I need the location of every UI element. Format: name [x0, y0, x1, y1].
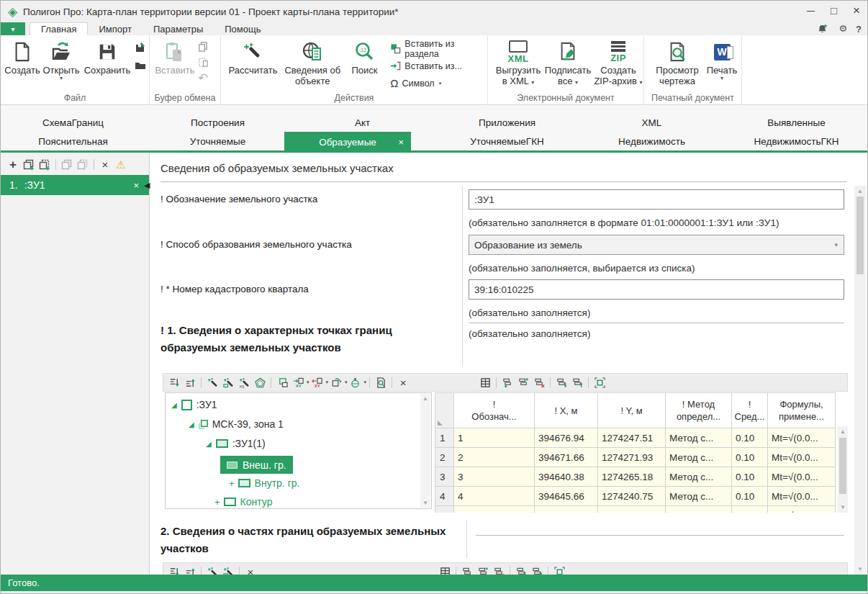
paste-special-icon[interactable] [196, 55, 210, 68]
cell-y[interactable]: 1274265.18 [598, 467, 666, 487]
drawing-preview-button[interactable]: Просмотр чертежа [650, 35, 705, 86]
cell-designation[interactable]: 3 [454, 467, 535, 487]
tab-prilozheniya[interactable]: Приложения [435, 113, 579, 132]
row-number[interactable]: 2 [435, 448, 454, 467]
delete-row-icon[interactable] [491, 564, 507, 575]
expanded-icon[interactable]: ◢ [171, 401, 177, 409]
cell-error[interactable]: 0.10 [732, 487, 768, 506]
clear-table-icon[interactable]: × [243, 564, 258, 575]
tree-node-inner-boundary[interactable]: + Внутр. гр. [229, 477, 299, 489]
cell-formula[interactable]: Mt=√(0.0... [768, 467, 836, 487]
parcel-item-close-icon[interactable]: × [133, 180, 139, 191]
row-number[interactable]: 5 [435, 506, 454, 513]
move-row-down-icon[interactable] [513, 564, 529, 575]
quarter-number-input[interactable]: 39:16:010225 [469, 279, 844, 300]
cell-formula[interactable]: Mt=√(0.0... [768, 448, 836, 467]
expanded-icon[interactable]: ◢ [206, 440, 212, 448]
sort-descending-icon[interactable] [166, 564, 182, 575]
col-header-x[interactable]: ! X, м [535, 393, 598, 428]
table-corner-cell[interactable] [435, 393, 454, 428]
tab-obrazuemye-active[interactable]: Образуемые × [284, 132, 411, 153]
clear-table-icon[interactable]: × [395, 375, 411, 390]
paste-special-parcel-icon[interactable] [75, 158, 91, 172]
cell-method[interactable]: Метод с... [666, 487, 732, 506]
form-scrollbar[interactable]: ▲ ▼ [854, 186, 866, 575]
add-parcel-icon[interactable]: + [5, 158, 21, 172]
formation-method-select[interactable]: Образование из земель ▾ [469, 235, 844, 255]
row-number[interactable]: 4 [435, 487, 454, 506]
table-grid-icon[interactable] [477, 375, 493, 390]
calculate-wand-icon[interactable] [204, 564, 220, 575]
move-row-down-icon[interactable] [553, 375, 569, 390]
table-grid-icon[interactable] [437, 564, 453, 575]
ribbon-tab-parameters[interactable]: Параметры [143, 22, 214, 35]
cell-y[interactable]: 1274247.51 [598, 506, 666, 513]
copy-icon[interactable] [196, 40, 210, 53]
cell-x[interactable]: 394676.94 [535, 428, 598, 448]
expand-table-icon[interactable] [551, 564, 567, 575]
cell-formula[interactable]: Mt=√(0.0... [768, 428, 836, 448]
pentagon-contour-icon[interactable] [252, 375, 268, 390]
cell-x[interactable]: 394640.38 [535, 467, 598, 487]
row-number[interactable]: 1 [435, 428, 454, 448]
tree-node-contour[interactable]: + Контур [214, 496, 272, 508]
designation-input[interactable]: :ЗУ1 [469, 189, 844, 210]
save-button[interactable]: Сохранить [81, 35, 133, 76]
tab-xml[interactable]: XML [579, 113, 724, 132]
tab-utochnyaemye-gkn[interactable]: УточняемыеГКН [435, 132, 579, 150]
tree-node-outer-boundary-selected[interactable]: Внеш. гр. [220, 456, 293, 474]
insert-from-section-button[interactable]: Вставить из раздела [390, 40, 487, 57]
tab-utochnyaemye[interactable]: Уточняемые [145, 132, 290, 150]
tab-shema-granic[interactable]: СхемаГраниц [1, 113, 145, 132]
parcel-list-item-selected[interactable]: 1. :ЗУ1 × [1, 175, 149, 195]
delete-row-icon[interactable] [531, 375, 547, 390]
cell-y[interactable]: 1274240.75 [598, 487, 666, 506]
expand-table-icon[interactable] [592, 375, 607, 390]
import-xy-icon[interactable] [290, 375, 306, 390]
cell-x[interactable]: 394671.66 [535, 448, 598, 467]
insert-from-button[interactable]: Вставить из... [390, 58, 462, 74]
cell-y[interactable]: 1274247.51 [598, 428, 666, 448]
tree-scrollbar[interactable]: ▲ ▼ [420, 394, 430, 508]
calculate-button[interactable]: Рассчитать [225, 35, 281, 76]
insert-row-icon[interactable] [459, 564, 475, 575]
duplicate-parcel-icon[interactable] [21, 158, 37, 172]
move-row-up-icon[interactable] [569, 375, 585, 390]
cell-x[interactable]: 394676.94 [535, 506, 598, 513]
add-row-icon[interactable] [475, 564, 491, 575]
cell-error[interactable]: 0.10 [732, 428, 768, 448]
collapsed-icon[interactable]: + [229, 478, 235, 489]
tab-nedvizhimost-gkn[interactable]: НедвижимостьГКН [724, 132, 868, 150]
sign-all-button[interactable]: Подписать все ▾ [543, 35, 593, 86]
col-header-error[interactable]: !Сред... [732, 393, 768, 428]
cell-x[interactable]: 394645.66 [535, 487, 598, 506]
tab-postroeniya[interactable]: Построения [145, 113, 290, 132]
tree-node-coordinate-zone[interactable]: ◢ МСК-39, зона 1 [189, 418, 284, 430]
cell-designation[interactable]: 4 [454, 487, 535, 506]
ribbon-tab-main[interactable]: Главная [30, 22, 88, 35]
cell-method[interactable]: М... [666, 506, 732, 513]
open-recent-folder-icon[interactable] [133, 59, 148, 72]
copy-parcel-icon[interactable] [37, 158, 53, 172]
insert-row-icon[interactable] [499, 375, 515, 390]
collapse-panel-arrow-icon[interactable]: ◀ [144, 181, 150, 190]
object-info-button[interactable]: Сведения об объекте [281, 35, 345, 86]
tab-nedvizhimost[interactable]: Недвижимость [579, 132, 724, 150]
tab-close-icon[interactable]: × [398, 137, 404, 148]
expanded-icon[interactable]: ◢ [189, 420, 194, 428]
cell-method[interactable]: Метод с... [666, 428, 732, 448]
sort-ascending-icon[interactable] [182, 375, 198, 390]
cell-designation[interactable]: 1 [454, 506, 535, 513]
table-scrollbar[interactable]: ▲ ▼ [838, 426, 848, 513]
save-as-icon[interactable] [133, 41, 148, 54]
warning-icon[interactable]: ⚠ [113, 158, 129, 172]
cell-error[interactable]: 0.10 [732, 448, 768, 467]
tab-vyyavlennye[interactable]: Выявленные [724, 113, 868, 132]
tab-akt[interactable]: Акт [290, 113, 435, 132]
help-icon[interactable]: ? [856, 24, 862, 35]
calculate-h-icon[interactable] [236, 375, 252, 390]
search-button[interactable]: :12 Поиск [345, 35, 385, 76]
preview-table-icon[interactable] [373, 375, 389, 390]
col-header-formula[interactable]: Формулы,примене... [768, 393, 836, 428]
export-xml-button[interactable]: XML Выгрузить в XML ▾ [494, 35, 543, 86]
